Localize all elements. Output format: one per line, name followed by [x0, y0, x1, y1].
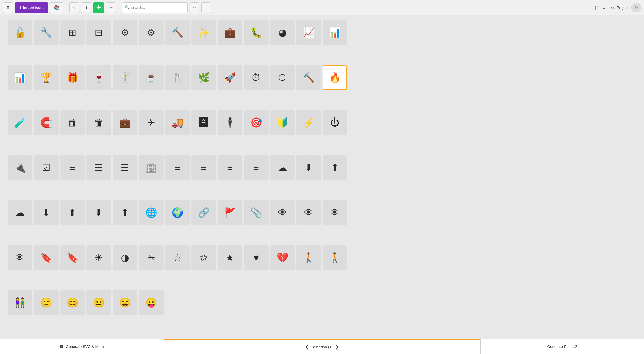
- icon-cell-star-half[interactable]: ✩: [191, 245, 216, 270]
- icon-cell-download2[interactable]: ⬇: [86, 200, 111, 225]
- icon-cell-list-ol[interactable]: ≡: [60, 155, 85, 180]
- icon-cell-eye-off[interactable]: 👁: [8, 245, 32, 270]
- icon-cell-smiley-grin[interactable]: 😄: [113, 290, 137, 315]
- icon-cell-align-justify[interactable]: ≡: [165, 155, 190, 180]
- icon-cell-globe-alt[interactable]: 🌍: [165, 200, 190, 225]
- icon-cell-person[interactable]: 🕴: [218, 110, 242, 135]
- icon-cell-plane[interactable]: ✈: [139, 110, 164, 135]
- icon-cell-cloud[interactable]: ☁: [270, 155, 295, 180]
- icon-cell-pie-chart[interactable]: ◕: [270, 20, 295, 45]
- icon-cell-heart-broken[interactable]: 💔: [270, 245, 295, 270]
- icon-cell-gear-alt[interactable]: ⚙: [139, 20, 164, 45]
- icon-cell-magic[interactable]: ✨: [191, 20, 216, 45]
- icon-cell-toolbox[interactable]: 💼: [113, 110, 137, 135]
- icon-cell-text[interactable]: 🅰: [191, 110, 216, 135]
- selection-section[interactable]: ❮ Selection (1) ❯: [164, 339, 480, 354]
- icon-cell-flask[interactable]: 🧪: [8, 110, 32, 135]
- icon-cell-download-alt[interactable]: ⬇: [34, 200, 59, 225]
- icon-cell-smiley-happy[interactable]: 😊: [60, 290, 85, 315]
- move-tool-button[interactable]: ✛: [93, 2, 104, 13]
- icon-cell-eye-refresh[interactable]: 👁: [323, 200, 347, 225]
- icon-cell-crosshair[interactable]: 🎯: [244, 110, 269, 135]
- icon-cell-gear[interactable]: ⚙: [113, 20, 137, 45]
- icon-cell-link[interactable]: 🔗: [191, 200, 216, 225]
- icon-cell-dial[interactable]: ⏲: [270, 65, 295, 90]
- icon-cell-smiley-tongue[interactable]: 😛: [139, 290, 164, 315]
- icon-cell-bar-chart[interactable]: 📊: [323, 20, 347, 45]
- icon-cell-rocket[interactable]: 🚀: [218, 65, 242, 90]
- icon-cell-gift[interactable]: 🎁: [60, 65, 85, 90]
- generate-svg-section[interactable]: 🖼 Generate SVG & More: [0, 339, 164, 354]
- icon-cell-wine-glass[interactable]: 🍷: [86, 65, 111, 90]
- select-tool-button[interactable]: ↖: [69, 2, 79, 13]
- icon-cell-sliders-v[interactable]: ⊟: [86, 20, 111, 45]
- icon-cell-trophy[interactable]: 🏆: [34, 65, 59, 90]
- generate-font-section[interactable]: Generate Font 𝓕: [481, 339, 644, 354]
- icon-cell-star-empty[interactable]: ☆: [165, 245, 190, 270]
- icon-cell-persons-couple[interactable]: 👫: [8, 290, 32, 315]
- icon-cell-person-female[interactable]: 🚶: [323, 245, 347, 270]
- icon-cell-cutlery[interactable]: 🍴: [165, 65, 190, 90]
- icon-cell-cloud-check[interactable]: ☁: [8, 200, 32, 225]
- icon-cell-eye[interactable]: 👁: [270, 200, 295, 225]
- icon-cell-line-chart[interactable]: 📈: [296, 20, 321, 45]
- icon-cell-bookmark[interactable]: 🔖: [34, 245, 59, 270]
- icon-cell-list-alt[interactable]: ☰: [113, 155, 137, 180]
- icon-cell-bug[interactable]: 🐛: [244, 20, 269, 45]
- search-box[interactable]: 🔍: [122, 2, 188, 13]
- icon-cell-magnet[interactable]: 🧲: [34, 110, 59, 135]
- icon-cell-person-single[interactable]: 🚶: [296, 245, 321, 270]
- icon-cell-cocktail[interactable]: 🍸: [113, 65, 137, 90]
- icon-cell-cloud-download[interactable]: ⬇: [296, 155, 321, 180]
- icon-cell-flag[interactable]: 🚩: [218, 200, 242, 225]
- icon-cell-smiley-neutral[interactable]: 😐: [86, 290, 111, 315]
- delete-tool-button[interactable]: 🗑: [81, 2, 91, 13]
- icon-cell-globe[interactable]: 🌐: [139, 200, 164, 225]
- icon-cell-contrast[interactable]: ◑: [113, 245, 137, 270]
- menu-button[interactable]: ☰: [3, 2, 13, 13]
- icon-cell-sun-alt[interactable]: ✳: [139, 245, 164, 270]
- icon-cell-upload2[interactable]: ⬆: [113, 200, 137, 225]
- icon-cell-bar-chart-alt[interactable]: 📊: [8, 65, 32, 90]
- icon-cell-wrench[interactable]: 🔧: [34, 20, 59, 45]
- icon-cell-upload-alt[interactable]: ⬆: [60, 200, 85, 225]
- icon-cell-cloud-upload[interactable]: ⬆: [323, 155, 347, 180]
- icon-cell-plug[interactable]: 🔌: [8, 155, 32, 180]
- icon-cell-gavel[interactable]: 🔨: [296, 65, 321, 90]
- avatar[interactable]: ☺: [631, 3, 641, 12]
- icon-cell-trash[interactable]: 🗑: [60, 110, 85, 135]
- select-icon: ↖: [73, 6, 76, 10]
- icon-cell-align-center-alt[interactable]: ≡: [191, 155, 216, 180]
- icon-cell-paperclip[interactable]: 📎: [244, 200, 269, 225]
- redo-button[interactable]: ↪: [201, 2, 211, 13]
- icon-cell-bolt[interactable]: ⚡: [296, 110, 321, 135]
- icon-cell-mug[interactable]: ☕: [139, 65, 164, 90]
- icon-cell-sun[interactable]: ☀: [86, 245, 111, 270]
- icon-cell-list[interactable]: ☰: [86, 155, 111, 180]
- search-input[interactable]: [131, 6, 185, 10]
- icon-cell-eye-plus[interactable]: 👁: [296, 200, 321, 225]
- icon-cell-align-right-alt[interactable]: ≡: [218, 155, 242, 180]
- icon-cell-unlock[interactable]: 🔓: [8, 20, 32, 45]
- icon-cell-fire[interactable]: 🔥: [323, 65, 347, 90]
- icon-cell-shield-badge[interactable]: 🔰: [270, 110, 295, 135]
- undo-button[interactable]: ↩: [190, 2, 199, 13]
- icon-cell-star[interactable]: ★: [218, 245, 242, 270]
- icon-cell-trash-alt[interactable]: 🗑: [86, 110, 111, 135]
- icon-cell-speedometer[interactable]: ⏱: [244, 65, 269, 90]
- library-button[interactable]: 📚: [50, 2, 63, 13]
- icon-cell-checklist[interactable]: ☑: [34, 155, 59, 180]
- icon-cell-heart[interactable]: ♥: [244, 245, 269, 270]
- icon-cell-smiley[interactable]: 🙂: [34, 290, 59, 315]
- icon-cell-sitemap[interactable]: 🏢: [139, 155, 164, 180]
- icon-cell-leaf[interactable]: 🌿: [191, 65, 216, 90]
- edit-tool-button[interactable]: ✏: [106, 2, 116, 13]
- import-icons-button[interactable]: ⬆ Import Icons: [15, 2, 48, 13]
- icon-cell-truck[interactable]: 🚚: [165, 110, 190, 135]
- icon-cell-hammer[interactable]: 🔨: [165, 20, 190, 45]
- icon-cell-power[interactable]: ⏻: [323, 110, 347, 135]
- icon-cell-sliders-h[interactable]: ⊞: [60, 20, 85, 45]
- icon-cell-list-push[interactable]: ≡: [244, 155, 269, 180]
- icon-cell-bookmark-open[interactable]: 🔖: [60, 245, 85, 270]
- icon-cell-briefcase-medical[interactable]: 💼: [218, 20, 242, 45]
